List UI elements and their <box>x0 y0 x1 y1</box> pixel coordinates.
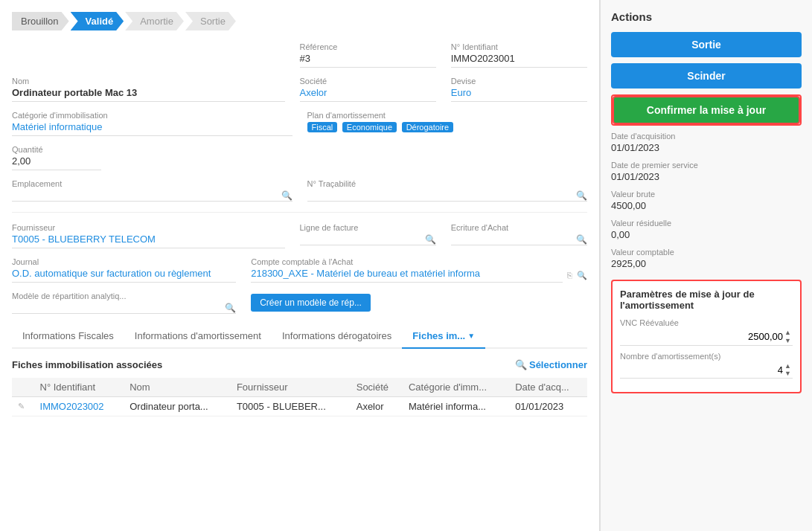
ligne-facture-label: Ligne de facture <box>300 223 436 232</box>
journal-group: Journal O.D. automatique sur facturation… <box>12 257 236 283</box>
nom-label: Nom <box>12 77 285 86</box>
sortie-button[interactable]: Sortie <box>611 32 802 57</box>
ligne-facture-group: Ligne de facture 🔍 <box>300 223 436 248</box>
row-fournisseur: T0005 - BLUEBER... <box>231 397 351 416</box>
vnc-down-button[interactable]: ▼ <box>783 337 793 345</box>
col-header-societe: Société <box>351 378 403 397</box>
confirmer-button[interactable]: Confirmer la mise à jour <box>613 96 800 124</box>
scinder-button[interactable]: Scinder <box>611 63 802 88</box>
ecriture-achat-search-icon[interactable]: 🔍 <box>576 234 587 245</box>
compte-row: 218300_AXE - Matériel de bureau et matér… <box>251 268 587 283</box>
identifiant-value: IMMO2023001 <box>451 53 587 68</box>
fournisseur-value[interactable]: T0005 - BLUEBERRY TELECOM <box>12 234 285 248</box>
step-valide[interactable]: Validé <box>71 12 124 30</box>
compte-value[interactable]: 218300_AXE - Matériel de bureau et matér… <box>251 268 563 283</box>
valeur-residuelle-field: Valeur résiduelle 0,00 <box>611 219 802 240</box>
valeur-brute-value: 4500,00 <box>611 200 802 211</box>
categorie-label: Catégorie d'immobilisation <box>12 111 292 120</box>
modele-group: Modèle de répartition analytiq... 🔍 <box>12 292 236 314</box>
modele-input-wrap: 🔍 <box>12 302 236 314</box>
tag-derogatoire: Dérogatoire <box>402 122 453 132</box>
ligne-facture-input[interactable] <box>300 234 425 245</box>
col-header-fournisseur: Fournisseur <box>231 378 351 397</box>
quantite-group: Quantité 2,00 <box>12 145 101 170</box>
date-acquisition-label: Date d'acquisition <box>611 132 802 141</box>
journal-value[interactable]: O.D. automatique sur facturation ou règl… <box>12 268 236 283</box>
select-link[interactable]: 🔍 Sélectionner <box>515 359 587 370</box>
valeur-brute-label: Valeur brute <box>611 190 802 199</box>
nombre-up-button[interactable]: ▲ <box>783 362 793 370</box>
fournisseur-group: Fournisseur T0005 - BLUEBERRY TELECOM <box>12 223 285 248</box>
confirmer-btn-wrap: Confirmer la mise à jour <box>611 94 802 126</box>
journal-label: Journal <box>12 257 236 266</box>
societe-label: Société <box>300 77 436 86</box>
ecriture-achat-input-wrap: 🔍 <box>451 234 587 245</box>
societe-value[interactable]: Axelor <box>300 87 436 102</box>
quantite-value: 2,00 <box>12 155 101 170</box>
modele-input[interactable] <box>12 302 225 313</box>
compte-search-icon[interactable]: 🔍 <box>577 271 587 280</box>
step-amortie[interactable]: Amortie <box>125 12 184 30</box>
creer-btn-wrap: Créer un modèle de rép... <box>251 292 587 314</box>
date-acquisition-value: 01/01/2023 <box>611 142 802 153</box>
row-identifiant[interactable]: IMMO2023002 <box>34 397 124 416</box>
categorie-group: Catégorie d'immobilisation Matériel info… <box>12 111 292 136</box>
tabs: Informations Fiscales Informations d'amo… <box>12 324 587 349</box>
valeur-residuelle-label: Valeur résiduelle <box>611 219 802 228</box>
emplacement-search-icon[interactable]: 🔍 <box>281 190 292 201</box>
row-edit-icon[interactable]: ✎ <box>12 397 34 416</box>
params-title: Paramètres de mise à jour de l'amortisse… <box>620 289 793 311</box>
tracabilite-input-wrap: 🔍 <box>307 190 588 202</box>
quantite-label: Quantité <box>12 145 101 154</box>
step-sortie[interactable]: Sortie <box>185 12 236 30</box>
nombre-down-button[interactable]: ▼ <box>783 370 793 378</box>
vnc-input[interactable] <box>723 331 783 342</box>
nombre-label: Nombre d'amortissement(s) <box>620 352 793 361</box>
right-panel: Actions Sortie Scinder Confirmer la mise… <box>600 0 812 531</box>
nombre-input-wrap: ▲ ▼ <box>620 362 793 379</box>
vnc-up-button[interactable]: ▲ <box>783 329 793 337</box>
tracabilite-input[interactable] <box>307 190 577 201</box>
step-brouillon[interactable]: Brouillon <box>12 12 69 30</box>
emplacement-group: Emplacement 🔍 <box>12 179 292 202</box>
compte-copy-icon[interactable]: ⎘ <box>567 271 572 280</box>
vnc-spinner: ▲ ▼ <box>783 329 793 345</box>
tracabilite-search-icon[interactable]: 🔍 <box>576 190 587 201</box>
tab-informations-fiscales[interactable]: Informations Fiscales <box>12 324 124 349</box>
actions-title: Actions <box>611 10 802 23</box>
tab-dropdown-icon: ▼ <box>467 332 475 340</box>
vnc-input-wrap: ▲ ▼ <box>620 329 793 346</box>
ligne-facture-search-icon[interactable]: 🔍 <box>425 234 436 245</box>
params-section: Paramètres de mise à jour de l'amortisse… <box>611 280 802 393</box>
emplacement-label: Emplacement <box>12 179 292 188</box>
valeur-comptable-value: 2925,00 <box>611 258 802 269</box>
tab-informations-amortissement[interactable]: Informations d'amortissement <box>124 324 272 349</box>
valeur-brute-field: Valeur brute 4500,00 <box>611 190 802 211</box>
fiches-section: Fiches immobilisation associées 🔍 Sélect… <box>12 359 587 416</box>
categorie-value[interactable]: Matériel informatique <box>12 121 292 136</box>
tab-fiches-im[interactable]: Fiches im... ▼ <box>402 324 485 349</box>
tab-informations-derogatoires[interactable]: Informations dérogatoires <box>272 324 402 349</box>
modele-search-icon[interactable]: 🔍 <box>225 303 236 313</box>
devise-group: Devise Euro <box>451 77 587 102</box>
emplacement-input[interactable] <box>12 190 281 201</box>
modele-label: Modèle de répartition analytiq... <box>12 292 236 300</box>
ligne-facture-input-wrap: 🔍 <box>300 234 436 245</box>
table-row: ✎ IMMO2023002 Ordinateur porta... T0005 … <box>12 397 587 416</box>
creer-modele-button[interactable]: Créer un modèle de rép... <box>251 294 371 312</box>
date-acquisition-field: Date d'acquisition 01/01/2023 <box>611 132 802 153</box>
nombre-input[interactable] <box>723 364 783 376</box>
date-premier-service-field: Date de premier service 01/01/2023 <box>611 161 802 182</box>
tracabilite-group: N° Traçabilité 🔍 <box>307 179 588 202</box>
fournisseur-label: Fournisseur <box>12 223 285 232</box>
row-nom: Ordinateur porta... <box>124 397 231 416</box>
ecriture-achat-input[interactable] <box>451 234 576 245</box>
identifiant-label: N° Identifiant <box>451 42 587 51</box>
valeur-residuelle-value: 0,00 <box>611 229 802 240</box>
search-icon-small: 🔍 <box>515 359 527 370</box>
emplacement-input-wrap: 🔍 <box>12 190 292 202</box>
plan-tags: Fiscal Economique Dérogatoire <box>307 121 588 132</box>
row-categorie: Matériel informa... <box>403 397 509 416</box>
nom-value: Ordinateur portable Mac 13 <box>12 87 285 102</box>
devise-value[interactable]: Euro <box>451 87 587 102</box>
